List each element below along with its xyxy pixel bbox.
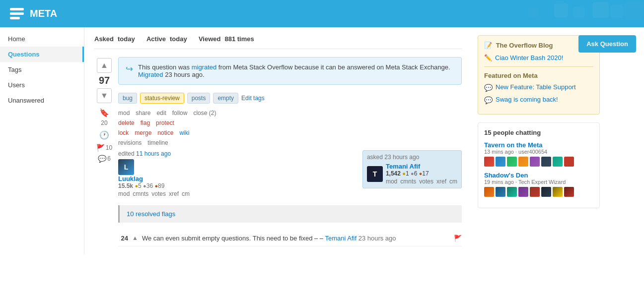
asker-rep-value: 1,542 xyxy=(386,170,401,177)
editor-rep-value: 15.5k xyxy=(118,182,133,189)
migrated-link2[interactable]: Migrated xyxy=(138,71,163,78)
editor-avatar: L xyxy=(118,159,134,175)
chat-room-2-name[interactable]: Shadow's Den xyxy=(484,172,593,179)
featured-item-1[interactable]: 💬 New Feature: Table Support xyxy=(484,83,593,92)
sidebar: Home Questions Tags Users Unanswered xyxy=(0,27,84,254)
chat-title: 15 people chatting xyxy=(484,129,593,136)
comment-author[interactable]: Temani Afif xyxy=(325,234,357,242)
comment-flag-button[interactable]: 🚩 xyxy=(454,234,462,242)
flags-resolved[interactable]: 10 resolved flags xyxy=(118,205,462,223)
chat-avatar-7 xyxy=(553,157,563,167)
action-follow[interactable]: follow xyxy=(172,110,188,117)
asker-link-xref[interactable]: xref xyxy=(436,178,446,185)
asker-avatar: T xyxy=(367,166,383,182)
sidebar-item-questions[interactable]: Questions xyxy=(0,47,84,62)
editor-silver-dot: ● xyxy=(143,183,146,189)
action-mod[interactable]: mod xyxy=(118,110,130,117)
action-flag[interactable]: flag xyxy=(141,119,150,126)
tag-empty[interactable]: empty xyxy=(213,93,238,104)
chat-avatar-r2-8 xyxy=(564,187,574,197)
sidebar-item-users[interactable]: Users xyxy=(0,77,84,93)
featured-item-2[interactable]: 💬 Swag is coming back! xyxy=(484,96,593,104)
comment-vote-count: 24 xyxy=(118,234,128,242)
asked-label: Asked xyxy=(94,35,114,43)
chat-room-1: Tavern on the Meta 13 mins ago · user400… xyxy=(484,141,593,167)
editor-card: edited 11 hours ago L Luuklag xyxy=(118,150,190,197)
featured-item-1-text: New Feature: Table Support xyxy=(496,83,576,91)
vote-column: ▲ 97 ▼ 🔖 20 🕐 🚩 10 💬 6 xyxy=(94,57,114,246)
action-revisions[interactable]: revisions xyxy=(118,139,142,146)
asker-bronze: 17 xyxy=(422,170,429,177)
editor-link-cmnts[interactable]: cmnts xyxy=(133,190,148,197)
chat-avatar-r2-5 xyxy=(530,187,540,197)
bookmark-button[interactable]: 🔖 xyxy=(99,108,109,117)
action-protect[interactable]: protect xyxy=(156,119,174,126)
asker-name[interactable]: Temani Afif xyxy=(386,163,457,170)
tag-posts[interactable]: posts xyxy=(187,93,211,104)
sidebar-item-unanswered[interactable]: Unanswered xyxy=(0,93,84,108)
ask-question-button[interactable]: Ask Question xyxy=(578,35,636,53)
editor-link-votes[interactable]: votes xyxy=(151,190,166,197)
main-content: Asked today Active today Viewed 881 time… xyxy=(84,27,472,254)
action-share[interactable]: share xyxy=(136,110,150,117)
site-logo[interactable]: META xyxy=(8,5,57,23)
action-close[interactable]: close (2) xyxy=(193,110,216,117)
comment-button[interactable]: 💬 6 xyxy=(98,155,111,163)
editor-link-mod[interactable]: mod xyxy=(118,190,130,197)
edit-time[interactable]: 11 hours ago xyxy=(136,150,171,157)
chat-room-2: Shadow's Den 19 mins ago · Tech Expert W… xyxy=(484,172,593,197)
bookmark-count: 20 xyxy=(101,119,107,126)
asker-silver: 6 xyxy=(414,170,418,177)
vote-up-button[interactable]: ▲ xyxy=(97,58,112,73)
action-timeline[interactable]: timeline xyxy=(147,139,168,146)
svg-rect-7 xyxy=(528,8,539,18)
action-lock[interactable]: lock xyxy=(118,129,129,136)
question-content-row: ▲ 97 ▼ 🔖 20 🕐 🚩 10 💬 6 xyxy=(94,57,462,246)
chat-room-1-name[interactable]: Tavern on the Meta xyxy=(484,141,593,149)
asked-card-label: asked 23 hours ago xyxy=(367,154,457,161)
migrated-link[interactable]: migrated xyxy=(192,63,217,71)
editor-link-cm[interactable]: cm xyxy=(182,190,190,197)
vote-down-button[interactable]: ▼ xyxy=(97,88,112,103)
asker-link-cm[interactable]: cm xyxy=(449,178,457,185)
asker-link-cmnts[interactable]: cmnts xyxy=(400,178,416,185)
comment-text: We can even submit empty questions. This… xyxy=(142,234,450,242)
history-button[interactable]: 🕐 xyxy=(99,130,109,140)
viewed-value: 881 times xyxy=(224,35,254,43)
chat-room-2-meta: 19 mins ago · Tech Expert Wizard xyxy=(484,179,593,185)
editor-user-info: L Luuklag 15.5k ●5 ●36 ●89 xyxy=(118,159,190,197)
action-merge[interactable]: merge xyxy=(135,129,151,136)
blog-item-1[interactable]: ✏️ Ciao Winter Bash 2020! xyxy=(484,54,593,61)
comment-vote-up-button[interactable]: ▲ xyxy=(132,234,138,241)
asker-silver-dot: ● xyxy=(411,171,414,176)
flag-button[interactable]: 🚩 10 xyxy=(96,144,112,152)
action-delete[interactable]: delete xyxy=(118,119,135,126)
asker-card: asked 23 hours ago T Temani Afif 1,542 xyxy=(362,150,462,188)
tag-status-review[interactable]: status-review xyxy=(140,93,184,104)
overflow-blog-title: 📝 The Overflow Blog xyxy=(484,42,593,49)
action-edit[interactable]: edit xyxy=(156,110,166,117)
editor-link-xref[interactable]: xref xyxy=(169,190,179,197)
asker-user-info: T Temani Afif 1,542 ●1 ●6 ●17 xyxy=(367,163,457,185)
action-wiki[interactable]: wiki xyxy=(179,129,189,136)
tag-bug[interactable]: bug xyxy=(118,93,137,104)
chat-icon-1: 💬 xyxy=(484,84,493,92)
edit-tags-link[interactable]: Edit tags xyxy=(241,95,265,102)
editor-name[interactable]: Luuklag xyxy=(118,175,190,182)
asker-link-votes[interactable]: votes xyxy=(419,178,433,185)
active-value: today xyxy=(170,35,187,43)
asker-links: mod cmnts votes xref cm xyxy=(386,178,457,185)
right-sidebar: 📝 The Overflow Blog ✏️ Ciao Winter Bash … xyxy=(472,27,606,254)
action-notice[interactable]: notice xyxy=(157,129,173,136)
svg-rect-1 xyxy=(10,12,24,15)
vote-count: 97 xyxy=(99,75,110,86)
flag-icon: 🚩 xyxy=(96,144,105,152)
chat-avatar-3 xyxy=(507,157,517,167)
asker-link-mod[interactable]: mod xyxy=(386,178,397,185)
question-meta-bar: Asked today Active today Viewed 881 time… xyxy=(94,35,462,49)
sidebar-item-tags[interactable]: Tags xyxy=(0,62,84,77)
sidebar-item-home[interactable]: Home xyxy=(0,31,84,47)
comment-row: 24 ▲ We can even submit empty questions.… xyxy=(118,231,462,246)
asked-value: today xyxy=(118,35,135,43)
svg-rect-2 xyxy=(10,17,20,19)
